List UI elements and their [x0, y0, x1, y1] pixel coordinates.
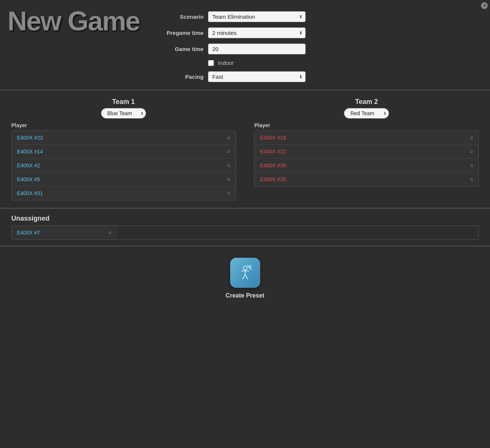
team2-column: Team 2 Red Team Blue Team Green Team Pla… — [254, 98, 479, 200]
drag-handle-icon[interactable]: ≡ — [227, 162, 230, 168]
drag-handle-icon[interactable]: ≡ — [470, 149, 473, 155]
team1-select-wrapper: Blue Team Red Team Green Team — [11, 108, 236, 119]
list-item: E400X #7 ≡ — [12, 226, 117, 239]
teams-container: Team 1 Blue Team Red Team Green Team Pla… — [11, 98, 479, 200]
player-name: E400X #35 — [260, 176, 286, 182]
pregame-select-wrapper: 1 minute 2 minutes 3 minutes 5 minutes — [208, 27, 306, 38]
indoor-label: Indoor — [218, 60, 234, 66]
create-preset-button[interactable] — [230, 258, 260, 288]
player-name: E400X #23 — [17, 135, 43, 141]
pregame-label: Pregame time — [155, 30, 204, 36]
unassigned-list: E400X #7 ≡ — [11, 226, 479, 240]
list-item: E400X #31 ≡ — [12, 186, 235, 200]
pacing-label: Pacing — [155, 74, 204, 80]
gametime-row: Game time — [155, 44, 475, 54]
player-name: E400X #31 — [17, 190, 43, 196]
team1-player-label: Player — [11, 122, 236, 128]
scenario-label: Scenario — [155, 14, 204, 20]
teams-section: Team 1 Blue Team Red Team Green Team Pla… — [0, 90, 490, 209]
list-item: E400X #22 ≡ — [255, 145, 478, 159]
gametime-label: Game time — [155, 46, 204, 52]
team2-select[interactable]: Red Team Blue Team Green Team — [344, 108, 389, 119]
unassigned-section: Unassigned E400X #7 ≡ — [0, 209, 490, 247]
team2-dropdown-wrapper: Red Team Blue Team Green Team — [344, 108, 389, 119]
player-name: E400X #5 — [17, 176, 40, 182]
create-preset-section: Create Preset — [0, 247, 490, 307]
list-item: E400X #5 ≡ — [12, 173, 235, 186]
pregame-row: Pregame time 1 minute 2 minutes 3 minute… — [155, 27, 475, 38]
preset-icon-svg — [236, 263, 255, 282]
team1-select[interactable]: Blue Team Red Team Green Team — [101, 108, 146, 119]
page-wrapper: ✕ New Game Scenario Team Elimination Fre… — [0, 0, 490, 307]
drag-handle-icon[interactable]: ≡ — [227, 135, 230, 141]
team1-title: Team 1 — [11, 98, 236, 106]
drag-handle-icon[interactable]: ≡ — [470, 176, 473, 182]
top-section: New Game Scenario Team Elimination Free … — [0, 0, 490, 90]
team2-player-list: E400X #16 ≡ E400X #22 ≡ E400X #30 ≡ E400… — [254, 131, 479, 186]
team1-column: Team 1 Blue Team Red Team Green Team Pla… — [11, 98, 236, 200]
player-name: E400X #7 — [17, 230, 40, 236]
page-title: New Game — [8, 8, 140, 35]
settings-panel: Scenario Team Elimination Free For All C… — [155, 8, 475, 82]
pregame-select[interactable]: 1 minute 2 minutes 3 minutes 5 minutes — [208, 27, 306, 38]
team2-select-wrapper: Red Team Blue Team Green Team — [254, 108, 479, 119]
svg-line-4 — [245, 275, 248, 279]
player-name: E400X #22 — [260, 149, 286, 155]
create-preset-label: Create Preset — [226, 292, 264, 299]
player-name: E400X #14 — [17, 149, 43, 155]
scenario-select[interactable]: Team Elimination Free For All Capture th… — [208, 11, 306, 22]
team1-player-list: E400X #23 ≡ E400X #14 ≡ E400X #2 ≡ E400X… — [11, 131, 236, 200]
drag-handle-icon[interactable]: ≡ — [227, 190, 230, 196]
drag-handle-icon[interactable]: ≡ — [227, 176, 230, 182]
list-item: E400X #30 ≡ — [255, 159, 478, 173]
player-name: E400X #16 — [260, 135, 286, 141]
pacing-row: Pacing Slow Normal Fast — [155, 71, 475, 82]
team1-dropdown-wrapper: Blue Team Red Team Green Team — [101, 108, 146, 119]
pacing-select-wrapper: Slow Normal Fast — [208, 71, 306, 82]
svg-point-0 — [243, 266, 247, 270]
team2-player-label: Player — [254, 122, 479, 128]
pacing-select[interactable]: Slow Normal Fast — [208, 71, 306, 82]
drag-handle-icon[interactable]: ≡ — [109, 230, 112, 236]
list-item: E400X #23 ≡ — [12, 131, 235, 145]
player-name: E400X #2 — [17, 162, 40, 168]
scenario-row: Scenario Team Elimination Free For All C… — [155, 11, 475, 22]
drag-handle-icon[interactable]: ≡ — [470, 162, 473, 168]
unassigned-title: Unassigned — [11, 215, 479, 222]
scenario-select-wrapper: Team Elimination Free For All Capture th… — [208, 11, 306, 22]
player-name: E400X #30 — [260, 162, 286, 168]
indoor-checkbox[interactable] — [208, 60, 214, 66]
svg-point-6 — [249, 265, 251, 268]
close-button[interactable]: ✕ — [481, 2, 488, 9]
list-item: E400X #2 ≡ — [12, 159, 235, 173]
list-item: E400X #16 ≡ — [255, 131, 478, 145]
svg-line-3 — [243, 275, 245, 279]
list-item: E400X #35 ≡ — [255, 173, 478, 186]
gametime-input[interactable] — [208, 44, 306, 54]
drag-handle-icon[interactable]: ≡ — [227, 149, 230, 155]
list-item: E400X #14 ≡ — [12, 145, 235, 159]
drag-handle-icon[interactable]: ≡ — [470, 135, 473, 141]
indoor-row: Indoor — [208, 60, 475, 66]
team2-title: Team 2 — [254, 98, 479, 106]
